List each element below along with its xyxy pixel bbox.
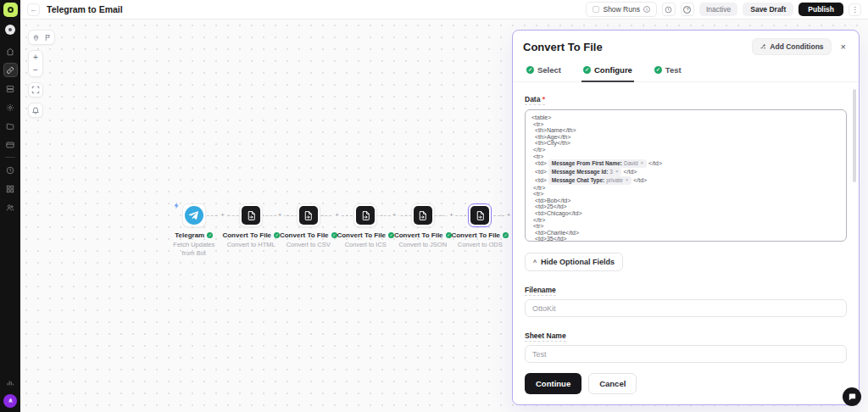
gear-icon[interactable] [3, 100, 18, 114]
back-button[interactable]: ← [27, 3, 40, 16]
filename-input[interactable] [525, 299, 847, 317]
show-runs-checkbox[interactable] [593, 6, 599, 13]
tab-select[interactable]: ✓ Select [525, 60, 563, 82]
convert-file-icon [299, 206, 318, 225]
variable-token[interactable]: Message Chat Type:private× [548, 176, 632, 185]
flag-button[interactable] [42, 31, 53, 43]
success-check-icon: ✓ [503, 232, 509, 238]
continue-button[interactable]: Continue [525, 373, 581, 394]
avatar[interactable] [5, 25, 15, 35]
hide-optional-fields-button[interactable]: ^ Hide Optional Fields [525, 253, 623, 271]
data-field-label: Data * [525, 95, 545, 105]
top-bar: ← Telegram to Email Show Runs i ? Inacti… [20, 0, 868, 19]
history-icon [665, 6, 672, 14]
convert-file-icon [356, 206, 375, 225]
add-conditions-label: Add Conditions [770, 42, 823, 51]
branch-icon [760, 43, 766, 50]
step-config-panel: Convert To File Add Conditions × ✓ Selec… [512, 30, 860, 405]
chat-bubble-icon [848, 393, 857, 402]
show-runs-toggle[interactable]: Show Runs i [586, 2, 656, 17]
tab-test[interactable]: ✓ Test [653, 60, 683, 82]
telegram-icon [185, 206, 203, 225]
folder-icon[interactable] [3, 119, 18, 133]
zoom-in-button[interactable]: + [29, 51, 42, 64]
workflow-title: Telegram to Email [47, 4, 123, 14]
close-panel-button[interactable]: × [838, 42, 849, 52]
cancel-button[interactable]: Cancel [588, 373, 637, 394]
sidebar-bottom [3, 375, 18, 408]
workflow-node[interactable]: Telegram ✓ Fetch Updates from Bot [165, 199, 223, 258]
node-subtitle: Convert to CSV [282, 241, 335, 249]
notifications-button[interactable] [28, 103, 43, 118]
card-icon[interactable] [3, 137, 18, 152]
history-button[interactable] [662, 3, 676, 16]
sheet-name-input[interactable] [525, 345, 847, 363]
workflow-node[interactable]: Convert To File ✓ Convert to CSV [280, 199, 337, 258]
clock-icon[interactable] [3, 163, 18, 177]
node-subtitle: Convert to ODS [453, 241, 506, 249]
zoom-out-button[interactable]: − [29, 64, 42, 76]
tab-check-icon: ✓ [583, 66, 591, 74]
chevron-up-icon: ^ [533, 259, 537, 265]
users-icon[interactable] [3, 200, 18, 214]
grid-icon[interactable] [3, 181, 18, 196]
tab-label: Configure [594, 65, 632, 75]
tab-check-icon: ✓ [654, 66, 662, 74]
canvas-controls: + − [28, 30, 55, 118]
fit-view-icon [31, 86, 40, 94]
filename-label: Filename [525, 286, 556, 296]
workflow-row: Telegram ✓ Fetch Updates from Bot Conver… [165, 199, 509, 258]
panel-title: Convert To File [523, 41, 745, 53]
bell-icon [31, 106, 40, 114]
required-asterisk: * [542, 95, 545, 103]
variable-token[interactable]: Message Message Id:3× [548, 168, 622, 176]
node-subtitle: Convert to JSON [397, 241, 449, 249]
node-subtitle: Convert to ICS [339, 241, 392, 249]
remove-token-icon[interactable]: × [615, 169, 619, 175]
home-icon[interactable] [3, 44, 18, 58]
more-menu-button[interactable]: ⋮ [849, 3, 861, 16]
node-title: Convert To File [222, 231, 271, 239]
publish-button[interactable]: Publish [798, 3, 843, 16]
remove-token-icon[interactable]: × [641, 160, 644, 166]
sidebar-divider [5, 157, 15, 158]
convert-file-icon [470, 206, 489, 225]
panel-body: Data * <table> <tr> <th>Name</th> <th>Ag… [513, 82, 859, 365]
convert-file-icon [414, 206, 432, 225]
node-subtitle: Convert to HTML [225, 241, 277, 249]
node-title: Convert To File [394, 231, 443, 239]
pin-button[interactable] [30, 31, 42, 43]
hide-optional-fields-label: Hide Optional Fields [541, 258, 615, 266]
add-conditions-button[interactable]: Add Conditions [752, 38, 831, 55]
workflow-node[interactable]: Convert To File ✓ Convert to ODS [452, 199, 509, 258]
panel-tabs: ✓ Select ✓ Configure ✓ Test [513, 60, 859, 82]
success-check-icon: ✓ [207, 232, 213, 238]
flag-icon [44, 34, 52, 42]
save-draft-button[interactable]: Save Draft [743, 3, 793, 16]
node-title: Convert To File [280, 231, 329, 239]
trigger-badge-icon [173, 198, 181, 213]
remove-token-icon[interactable]: × [626, 177, 629, 183]
convert-file-icon [242, 206, 260, 225]
chat-widget-button[interactable] [843, 387, 861, 406]
help-icon: ? [683, 6, 691, 14]
link-icon[interactable] [3, 63, 18, 77]
pin-icon [32, 34, 40, 42]
workflow-node[interactable]: Convert To File ✓ Convert to HTML [223, 199, 281, 258]
sheet-name-label: Sheet Name [525, 331, 566, 342]
variable-token[interactable]: Message From First Name:David× [548, 159, 647, 168]
rocket-button[interactable] [3, 394, 17, 408]
stack-icon[interactable] [3, 81, 18, 96]
node-title: Convert To File [337, 231, 386, 239]
fit-view-button[interactable] [28, 82, 43, 97]
tab-label: Select [537, 65, 561, 75]
panel-scrollbar[interactable] [853, 89, 856, 182]
help-button[interactable]: ? [681, 3, 694, 16]
data-code-editor[interactable]: <table> <tr> <th>Name</th> <th>Age</th> … [525, 109, 847, 242]
app-logo[interactable] [3, 3, 18, 17]
info-icon: i [643, 6, 650, 13]
workflow-node[interactable]: Convert To File ✓ Convert to JSON [394, 199, 452, 258]
tab-configure[interactable]: ✓ Configure [581, 60, 634, 82]
chart-icon[interactable] [3, 375, 18, 389]
workflow-node[interactable]: Convert To File ✓ Convert to ICS [337, 199, 395, 258]
